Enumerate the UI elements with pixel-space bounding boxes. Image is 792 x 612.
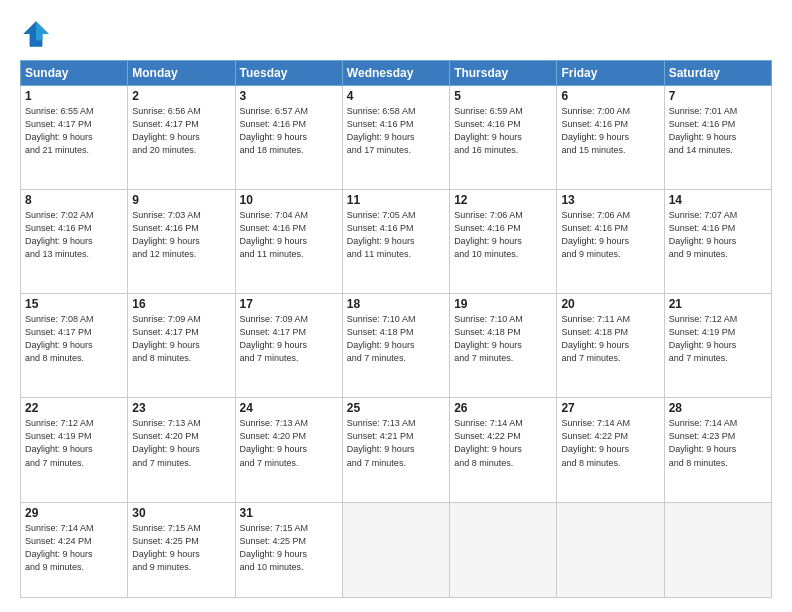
calendar-cell: 20Sunrise: 7:11 AM Sunset: 4:18 PM Dayli… bbox=[557, 294, 664, 398]
calendar-cell bbox=[342, 502, 449, 598]
day-number: 2 bbox=[132, 89, 230, 103]
day-number: 12 bbox=[454, 193, 552, 207]
day-info: Sunrise: 7:09 AM Sunset: 4:17 PM Dayligh… bbox=[132, 313, 230, 365]
day-info: Sunrise: 7:09 AM Sunset: 4:17 PM Dayligh… bbox=[240, 313, 338, 365]
day-number: 10 bbox=[240, 193, 338, 207]
calendar-cell: 6Sunrise: 7:00 AM Sunset: 4:16 PM Daylig… bbox=[557, 86, 664, 190]
calendar-cell: 18Sunrise: 7:10 AM Sunset: 4:18 PM Dayli… bbox=[342, 294, 449, 398]
calendar-day-header: Thursday bbox=[450, 61, 557, 86]
day-number: 29 bbox=[25, 506, 123, 520]
calendar-cell: 1Sunrise: 6:55 AM Sunset: 4:17 PM Daylig… bbox=[21, 86, 128, 190]
day-info: Sunrise: 7:13 AM Sunset: 4:21 PM Dayligh… bbox=[347, 417, 445, 469]
calendar-cell: 13Sunrise: 7:06 AM Sunset: 4:16 PM Dayli… bbox=[557, 190, 664, 294]
logo-icon bbox=[20, 18, 52, 50]
calendar-cell: 27Sunrise: 7:14 AM Sunset: 4:22 PM Dayli… bbox=[557, 398, 664, 502]
page: SundayMondayTuesdayWednesdayThursdayFrid… bbox=[0, 0, 792, 612]
day-info: Sunrise: 6:59 AM Sunset: 4:16 PM Dayligh… bbox=[454, 105, 552, 157]
calendar-cell: 21Sunrise: 7:12 AM Sunset: 4:19 PM Dayli… bbox=[664, 294, 771, 398]
calendar-cell: 29Sunrise: 7:14 AM Sunset: 4:24 PM Dayli… bbox=[21, 502, 128, 598]
day-number: 1 bbox=[25, 89, 123, 103]
day-number: 6 bbox=[561, 89, 659, 103]
day-info: Sunrise: 7:04 AM Sunset: 4:16 PM Dayligh… bbox=[240, 209, 338, 261]
calendar-cell: 23Sunrise: 7:13 AM Sunset: 4:20 PM Dayli… bbox=[128, 398, 235, 502]
day-number: 30 bbox=[132, 506, 230, 520]
day-number: 7 bbox=[669, 89, 767, 103]
day-info: Sunrise: 7:10 AM Sunset: 4:18 PM Dayligh… bbox=[347, 313, 445, 365]
header bbox=[20, 18, 772, 50]
day-info: Sunrise: 7:08 AM Sunset: 4:17 PM Dayligh… bbox=[25, 313, 123, 365]
calendar-week-row: 15Sunrise: 7:08 AM Sunset: 4:17 PM Dayli… bbox=[21, 294, 772, 398]
calendar-cell: 24Sunrise: 7:13 AM Sunset: 4:20 PM Dayli… bbox=[235, 398, 342, 502]
day-info: Sunrise: 7:03 AM Sunset: 4:16 PM Dayligh… bbox=[132, 209, 230, 261]
day-number: 21 bbox=[669, 297, 767, 311]
calendar-cell: 19Sunrise: 7:10 AM Sunset: 4:18 PM Dayli… bbox=[450, 294, 557, 398]
calendar-cell: 16Sunrise: 7:09 AM Sunset: 4:17 PM Dayli… bbox=[128, 294, 235, 398]
day-number: 8 bbox=[25, 193, 123, 207]
day-number: 22 bbox=[25, 401, 123, 415]
day-info: Sunrise: 7:13 AM Sunset: 4:20 PM Dayligh… bbox=[132, 417, 230, 469]
day-info: Sunrise: 7:01 AM Sunset: 4:16 PM Dayligh… bbox=[669, 105, 767, 157]
calendar-cell: 28Sunrise: 7:14 AM Sunset: 4:23 PM Dayli… bbox=[664, 398, 771, 502]
day-info: Sunrise: 6:55 AM Sunset: 4:17 PM Dayligh… bbox=[25, 105, 123, 157]
day-info: Sunrise: 6:58 AM Sunset: 4:16 PM Dayligh… bbox=[347, 105, 445, 157]
day-info: Sunrise: 6:56 AM Sunset: 4:17 PM Dayligh… bbox=[132, 105, 230, 157]
day-number: 3 bbox=[240, 89, 338, 103]
day-info: Sunrise: 7:11 AM Sunset: 4:18 PM Dayligh… bbox=[561, 313, 659, 365]
day-number: 18 bbox=[347, 297, 445, 311]
day-info: Sunrise: 7:15 AM Sunset: 4:25 PM Dayligh… bbox=[240, 522, 338, 574]
calendar-header-row: SundayMondayTuesdayWednesdayThursdayFrid… bbox=[21, 61, 772, 86]
calendar-cell: 11Sunrise: 7:05 AM Sunset: 4:16 PM Dayli… bbox=[342, 190, 449, 294]
day-number: 4 bbox=[347, 89, 445, 103]
day-number: 16 bbox=[132, 297, 230, 311]
calendar-day-header: Friday bbox=[557, 61, 664, 86]
calendar-cell: 4Sunrise: 6:58 AM Sunset: 4:16 PM Daylig… bbox=[342, 86, 449, 190]
day-number: 31 bbox=[240, 506, 338, 520]
day-info: Sunrise: 7:13 AM Sunset: 4:20 PM Dayligh… bbox=[240, 417, 338, 469]
calendar-cell: 25Sunrise: 7:13 AM Sunset: 4:21 PM Dayli… bbox=[342, 398, 449, 502]
day-number: 19 bbox=[454, 297, 552, 311]
calendar-cell: 9Sunrise: 7:03 AM Sunset: 4:16 PM Daylig… bbox=[128, 190, 235, 294]
day-number: 28 bbox=[669, 401, 767, 415]
svg-marker-1 bbox=[36, 21, 49, 40]
calendar-day-header: Tuesday bbox=[235, 61, 342, 86]
calendar-cell: 22Sunrise: 7:12 AM Sunset: 4:19 PM Dayli… bbox=[21, 398, 128, 502]
calendar-cell bbox=[557, 502, 664, 598]
day-number: 20 bbox=[561, 297, 659, 311]
day-number: 11 bbox=[347, 193, 445, 207]
day-info: Sunrise: 7:12 AM Sunset: 4:19 PM Dayligh… bbox=[669, 313, 767, 365]
day-number: 15 bbox=[25, 297, 123, 311]
day-number: 24 bbox=[240, 401, 338, 415]
day-info: Sunrise: 7:14 AM Sunset: 4:22 PM Dayligh… bbox=[454, 417, 552, 469]
calendar-week-row: 29Sunrise: 7:14 AM Sunset: 4:24 PM Dayli… bbox=[21, 502, 772, 598]
day-info: Sunrise: 7:06 AM Sunset: 4:16 PM Dayligh… bbox=[561, 209, 659, 261]
calendar-cell: 30Sunrise: 7:15 AM Sunset: 4:25 PM Dayli… bbox=[128, 502, 235, 598]
logo bbox=[20, 18, 56, 50]
calendar-week-row: 22Sunrise: 7:12 AM Sunset: 4:19 PM Dayli… bbox=[21, 398, 772, 502]
calendar-cell bbox=[664, 502, 771, 598]
calendar-cell: 15Sunrise: 7:08 AM Sunset: 4:17 PM Dayli… bbox=[21, 294, 128, 398]
calendar-table: SundayMondayTuesdayWednesdayThursdayFrid… bbox=[20, 60, 772, 598]
calendar-cell: 2Sunrise: 6:56 AM Sunset: 4:17 PM Daylig… bbox=[128, 86, 235, 190]
day-info: Sunrise: 7:15 AM Sunset: 4:25 PM Dayligh… bbox=[132, 522, 230, 574]
calendar-cell bbox=[450, 502, 557, 598]
calendar-day-header: Wednesday bbox=[342, 61, 449, 86]
day-info: Sunrise: 7:00 AM Sunset: 4:16 PM Dayligh… bbox=[561, 105, 659, 157]
calendar-cell: 14Sunrise: 7:07 AM Sunset: 4:16 PM Dayli… bbox=[664, 190, 771, 294]
day-info: Sunrise: 6:57 AM Sunset: 4:16 PM Dayligh… bbox=[240, 105, 338, 157]
calendar-cell: 8Sunrise: 7:02 AM Sunset: 4:16 PM Daylig… bbox=[21, 190, 128, 294]
calendar-day-header: Monday bbox=[128, 61, 235, 86]
day-number: 26 bbox=[454, 401, 552, 415]
day-info: Sunrise: 7:14 AM Sunset: 4:24 PM Dayligh… bbox=[25, 522, 123, 574]
day-info: Sunrise: 7:12 AM Sunset: 4:19 PM Dayligh… bbox=[25, 417, 123, 469]
day-info: Sunrise: 7:10 AM Sunset: 4:18 PM Dayligh… bbox=[454, 313, 552, 365]
calendar-cell: 31Sunrise: 7:15 AM Sunset: 4:25 PM Dayli… bbox=[235, 502, 342, 598]
day-number: 13 bbox=[561, 193, 659, 207]
calendar-week-row: 8Sunrise: 7:02 AM Sunset: 4:16 PM Daylig… bbox=[21, 190, 772, 294]
day-info: Sunrise: 7:07 AM Sunset: 4:16 PM Dayligh… bbox=[669, 209, 767, 261]
day-number: 17 bbox=[240, 297, 338, 311]
day-number: 23 bbox=[132, 401, 230, 415]
calendar-cell: 26Sunrise: 7:14 AM Sunset: 4:22 PM Dayli… bbox=[450, 398, 557, 502]
day-info: Sunrise: 7:06 AM Sunset: 4:16 PM Dayligh… bbox=[454, 209, 552, 261]
calendar-cell: 5Sunrise: 6:59 AM Sunset: 4:16 PM Daylig… bbox=[450, 86, 557, 190]
day-info: Sunrise: 7:14 AM Sunset: 4:22 PM Dayligh… bbox=[561, 417, 659, 469]
